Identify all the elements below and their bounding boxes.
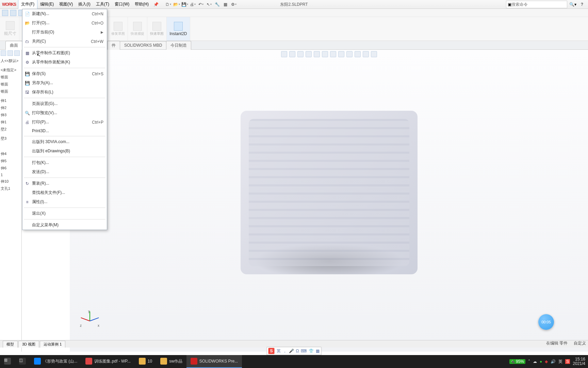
menu-file[interactable]: 文件(F) [18, 0, 37, 9]
file-menu-item[interactable]: 💾保存(S)Ctrl+S [22, 69, 107, 78]
tray-volume-icon[interactable]: 🔊 [551, 359, 556, 364]
file-menu-item[interactable]: 出版到 eDrawings(B) [22, 147, 107, 156]
tab-mbd[interactable]: SOLIDWORKS MBD [120, 41, 166, 49]
tree-tab-icon[interactable] [1, 50, 6, 56]
ime-omega-icon[interactable]: Ω [296, 349, 299, 353]
feature-tree-item[interactable]: 伸6 [0, 165, 21, 172]
ribbon-group-quick-sketch[interactable]: 快速草图 [147, 17, 167, 41]
file-menu-item[interactable]: 自定义菜单(M) [22, 220, 107, 230]
tree-tab-icon[interactable] [14, 50, 20, 56]
menu-edit[interactable]: 编辑(E) [37, 0, 56, 9]
feature-tree-item[interactable]: 壁2 [0, 126, 21, 133]
tray-wechat-icon[interactable]: ● [540, 359, 542, 364]
feature-tree-item[interactable]: 壁3 [0, 135, 21, 142]
file-menu-item[interactable]: 发送(D)... [22, 167, 107, 177]
ime-skin-icon[interactable]: 👕 [309, 349, 314, 353]
battery-icon[interactable]: 🔌 95% [509, 359, 525, 364]
ime-toolbox-icon[interactable]: ▦ [316, 349, 320, 353]
file-menu-item[interactable]: 退出(X) [22, 209, 107, 218]
print-button[interactable]: 🖨▾ [189, 1, 197, 8]
rebuild-button[interactable]: 🔧 [214, 1, 221, 8]
render-icon[interactable] [363, 51, 369, 57]
menu-insert[interactable]: 插入(I) [76, 0, 93, 9]
tray-security-icon[interactable]: ◆ [545, 359, 548, 364]
zoom-fit-icon[interactable] [281, 51, 287, 57]
taskbar-app[interactable]: 训练图集.pdf - WP... [81, 355, 134, 368]
ime-lang[interactable]: 英 [277, 348, 281, 354]
prev-view-icon[interactable] [297, 51, 304, 57]
select-button[interactable]: ↖▾ [206, 1, 213, 8]
file-menu-item[interactable]: 📄新建(N)...Ctrl+N [22, 9, 107, 18]
ime-mic-icon[interactable]: 🎤 [289, 349, 294, 353]
save-button[interactable]: 💾▾ [181, 1, 189, 8]
file-menu-item[interactable]: ≡属性(I)... [22, 197, 107, 206]
menu-view[interactable]: 视图(V) [56, 0, 76, 9]
scene-icon[interactable] [346, 51, 353, 57]
pin-icon[interactable]: 📌 [153, 2, 159, 7]
tab-surface[interactable]: 曲面 [5, 41, 22, 50]
tab-3dview[interactable]: 3D 视图 [18, 341, 39, 348]
tool-icon[interactable] [10, 10, 16, 16]
settings-button[interactable]: ⚙▾ [230, 1, 238, 8]
feature-tree-item[interactable]: 伸2 [0, 104, 21, 111]
menu-window[interactable]: 窗口(W) [112, 0, 132, 9]
file-menu-item[interactable]: ▦从零件制作工程图(E) [22, 48, 107, 58]
tray-clock[interactable]: 15:16 2021/4 [573, 357, 585, 366]
file-menu-item[interactable]: 查找相关文件(F)... [22, 188, 107, 197]
feature-tree-item[interactable]: 锥面 [0, 81, 21, 88]
taskbar-app[interactable]: sw作品 [156, 355, 186, 368]
search-input[interactable] [511, 2, 566, 7]
file-menu-item[interactable]: Print3D... [22, 127, 107, 135]
section-view-icon[interactable] [306, 51, 312, 57]
tab-today-manufacture[interactable]: 今日制造 [166, 41, 191, 50]
help-icon[interactable]: ? [579, 2, 585, 7]
feature-tree-item[interactable]: 锥面 [0, 88, 21, 95]
start-button[interactable]: ⊞ [0, 355, 15, 368]
tool-icon[interactable] [2, 10, 8, 16]
ime-punct-icon[interactable]: ， [283, 348, 287, 354]
feature-tree-item[interactable]: 锥面 [0, 74, 21, 81]
hide-show-icon[interactable] [330, 51, 336, 57]
tray-sogou-icon[interactable]: S [565, 359, 570, 364]
menu-tools[interactable]: 工具(T) [93, 0, 112, 9]
tray-ime-lang[interactable]: 英 [558, 359, 562, 365]
file-menu-item[interactable]: ⚙从零件制作装配体(K) [22, 58, 107, 67]
menu-help[interactable]: 帮助(H) [132, 0, 151, 9]
ime-toolbar[interactable]: S 英 ， 🎤 Ω ⌨ 👕 ▦ [267, 347, 322, 355]
file-menu-item[interactable]: 打开当前(O)▶ [22, 28, 107, 37]
file-menu-item[interactable]: 📂打开(O)...Ctrl+O [22, 18, 107, 28]
feature-tree-item[interactable]: <未指定> [0, 66, 21, 74]
display-style-icon[interactable] [322, 51, 328, 57]
tab-evaluate[interactable]: 件 [107, 41, 120, 50]
file-menu-item[interactable]: 🔍打印预览(V)... [22, 108, 107, 118]
file-menu-item[interactable]: 🗀关闭(C)Ctrl+W [22, 37, 107, 46]
feature-tree-item[interactable]: 人<<默认> [0, 57, 21, 64]
file-menu-item[interactable]: 🖨打印(P)...Ctrl+P [22, 118, 107, 127]
appearance-icon[interactable] [338, 51, 344, 57]
feature-tree-item[interactable]: 伸10 [0, 178, 21, 185]
feature-tree-item[interactable]: 伸1 [0, 119, 21, 126]
zoom-area-icon[interactable] [289, 51, 295, 57]
search-icon[interactable]: 🔍▾ [569, 1, 577, 8]
file-menu-item[interactable]: 💾另存为(A)... [22, 78, 107, 88]
file-menu-item[interactable]: 页面设置(G)... [22, 99, 107, 108]
file-menu-item[interactable]: 打包(K)... [22, 158, 107, 167]
sogou-icon[interactable]: S [268, 348, 275, 354]
task-view-button[interactable]: ◫ [15, 355, 30, 368]
file-menu-item[interactable]: 出版到 3DVIA.com... [22, 137, 107, 147]
model-viewport[interactable]: y x z 00:05 [70, 50, 588, 352]
feature-tree-item[interactable]: 伸4 [0, 150, 21, 157]
taskbar-app[interactable]: SOLIDWORKS Pre... [186, 355, 242, 368]
tab-motion-study[interactable]: 运动算例 1 [40, 341, 65, 348]
ribbon-group-instant2d[interactable]: Instant2D [167, 17, 190, 41]
tray-cloud-icon[interactable]: ☁ [533, 359, 537, 364]
feature-tree-item[interactable]: 伸5 [0, 157, 21, 165]
orientation-triad[interactable]: y x z [79, 311, 100, 331]
tab-model[interactable]: 模型 [3, 341, 18, 348]
file-menu-item[interactable]: ↻重装(R)... [22, 179, 107, 188]
open-doc-button[interactable]: 📂▾ [173, 1, 180, 8]
view-settings-icon[interactable] [355, 51, 361, 57]
feature-tree-item[interactable]: 伸1 [0, 97, 21, 104]
tray-chevron-icon[interactable]: ˄ [528, 359, 530, 364]
screen-icon[interactable] [371, 51, 377, 57]
